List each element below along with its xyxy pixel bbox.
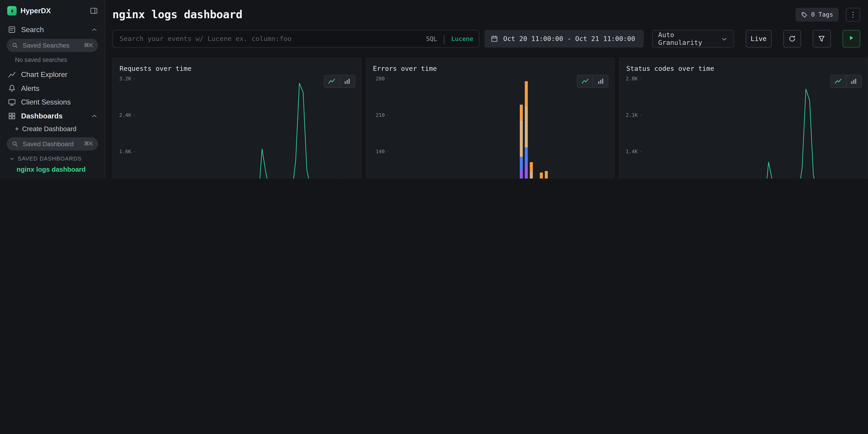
saved-dashboards-input[interactable]: ⌘K	[7, 137, 98, 150]
sidebar-item-label: Search	[21, 26, 44, 34]
app-root: HyperDX Search ⌘K No saved searches	[0, 0, 868, 179]
saved-searches-field[interactable]	[22, 41, 75, 49]
chevron-up-icon[interactable]	[91, 112, 98, 120]
granularity-value: Auto Granularity	[658, 31, 721, 46]
main-content: nginx logs dashboard 0 Tags ⋮ SQL | Luce…	[105, 0, 868, 179]
svg-text:2.1K: 2.1K	[626, 112, 638, 118]
panel-errors-over-time: Errors over time 070140210280Oct 20 11:0…	[366, 58, 615, 179]
svg-text:3.2K: 3.2K	[119, 76, 131, 82]
sidebar-item-dashboards[interactable]: Dashboards	[0, 109, 104, 123]
dashboards-icon	[8, 112, 16, 120]
sidebar-item-label: Client Sessions	[21, 98, 70, 106]
tags-button[interactable]: 0 Tags	[796, 8, 839, 22]
chevron-down-icon	[721, 35, 728, 42]
search-icon	[11, 141, 18, 147]
sidebar-item-label: Chart Explorer	[21, 70, 67, 78]
tag-icon	[801, 11, 808, 18]
chevron-down-icon	[9, 155, 15, 161]
filter-button[interactable]	[813, 30, 831, 48]
svg-text:2.8K: 2.8K	[626, 76, 638, 82]
play-icon	[848, 34, 855, 43]
search-icon	[11, 42, 18, 49]
chart-type-toggle	[577, 75, 609, 88]
hyperdx-logo-icon	[7, 6, 17, 16]
chart-type-toggle	[830, 75, 862, 88]
granularity-select[interactable]: Auto Granularity	[652, 30, 734, 48]
svg-text:210: 210	[375, 112, 384, 118]
errors-chart[interactable]: 070140210280Oct 20 11:00:00 AM9:30:00 PM…	[368, 74, 612, 179]
tags-label: 0 Tags	[811, 11, 833, 19]
plus-icon: +	[15, 125, 19, 133]
panel-requests-over-time: Requests over time 08001.6K2.4K3.2KOct 2…	[113, 58, 361, 179]
toolbar: SQL | Lucene Oct 20 11:00:00 - Oct 21 11…	[113, 30, 868, 48]
sidebar-item-label: Alerts	[21, 84, 39, 92]
dashboard-grid: Requests over time 08001.6K2.4K3.2KOct 2…	[113, 58, 868, 179]
create-dashboard-button[interactable]: + Create Dashboard	[0, 123, 104, 135]
bar-chart-icon[interactable]	[592, 75, 608, 87]
shortcut-hint: ⌘K	[84, 141, 93, 147]
panel-status-codes-over-time: Status codes over time 07001.4K2.1K2.8KO…	[619, 58, 868, 179]
sidebar-collapse-icon[interactable]	[90, 7, 98, 15]
live-button[interactable]: Live	[746, 30, 772, 48]
bell-icon	[8, 84, 16, 92]
sidebar-item-label: Dashboards	[21, 112, 63, 120]
sidebar-item-client-sessions[interactable]: Client Sessions	[0, 95, 104, 109]
sidebar-item-nginx-logs-dashboard[interactable]: nginx logs dashboard	[0, 163, 104, 175]
svg-text:140: 140	[375, 149, 384, 154]
dots-vertical-icon: ⋮	[849, 10, 857, 19]
saved-dashboards-field[interactable]	[22, 140, 75, 148]
chevron-up-icon[interactable]	[91, 26, 98, 33]
brand[interactable]: HyperDX	[7, 6, 51, 16]
chart-explorer-icon	[8, 70, 16, 78]
sidebar-item-alerts[interactable]: Alerts	[0, 81, 104, 95]
requests-chart[interactable]: 08001.6K2.4K3.2KOct 20 11:00:00 AM9:30:0…	[115, 74, 359, 179]
presets-section[interactable]: PRESETS	[0, 175, 104, 179]
panel-title: Errors over time	[373, 65, 437, 72]
sql-toggle[interactable]: SQL	[426, 35, 437, 42]
svg-text:1.4K: 1.4K	[626, 149, 638, 154]
brand-name: HyperDX	[21, 7, 51, 15]
svg-text:2.4K: 2.4K	[119, 112, 131, 118]
date-range-value: Oct 20 11:00:00 - Oct 21 11:00:00	[503, 35, 635, 42]
shortcut-hint: ⌘K	[84, 42, 93, 49]
saved-searches-input[interactable]: ⌘K	[7, 39, 98, 52]
line-chart-icon[interactable]	[324, 75, 339, 87]
panel-title: Requests over time	[120, 65, 191, 72]
panel-title: Status codes over time	[626, 65, 714, 72]
page-title: nginx logs dashboard	[113, 8, 243, 21]
lucene-toggle[interactable]: Lucene	[451, 35, 473, 42]
create-dashboard-label: Create Dashboard	[22, 125, 76, 133]
lang-separator: |	[441, 33, 447, 44]
calendar-icon	[491, 35, 498, 42]
chart-type-toggle	[323, 75, 355, 88]
search-section-icon	[8, 26, 16, 34]
line-chart-icon[interactable]	[578, 75, 592, 87]
run-query-button[interactable]	[842, 30, 860, 48]
section-label: SAVED DASHBOARDS	[18, 155, 82, 161]
bar-chart-icon[interactable]	[846, 75, 861, 87]
saved-dashboards-section[interactable]: SAVED DASHBOARDS	[0, 151, 104, 163]
monitor-icon	[8, 98, 16, 106]
line-chart-icon[interactable]	[831, 75, 846, 87]
refresh-button[interactable]	[783, 30, 801, 48]
event-search-input[interactable]	[118, 34, 422, 43]
date-range-picker[interactable]: Oct 20 11:00:00 - Oct 21 11:00:00	[484, 30, 644, 48]
svg-text:1.6K: 1.6K	[119, 149, 131, 154]
sidebar-item-chart-explorer[interactable]: Chart Explorer	[0, 67, 104, 81]
bar-chart-icon[interactable]	[339, 75, 354, 87]
sidebar: HyperDX Search ⌘K No saved searches	[0, 0, 105, 179]
svg-text:280: 280	[375, 76, 384, 82]
sidebar-item-search[interactable]: Search	[0, 23, 104, 37]
filter-icon	[818, 35, 826, 42]
more-options-button[interactable]: ⋮	[846, 8, 860, 22]
event-search-box[interactable]: SQL | Lucene	[113, 30, 479, 48]
refresh-icon	[788, 35, 796, 42]
no-saved-searches-text: No saved searches	[0, 53, 104, 67]
status-codes-chart[interactable]: 07001.4K2.1K2.8KOct 20 11:00:00 AM9:30:0…	[622, 74, 865, 179]
